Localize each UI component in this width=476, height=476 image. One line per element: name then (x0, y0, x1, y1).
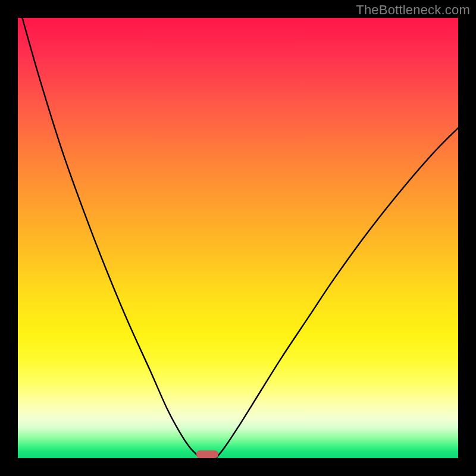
bottleneck-marker (196, 450, 218, 458)
left-curve-path (22, 18, 201, 458)
right-curve-path (216, 128, 458, 458)
watermark-text: TheBottleneck.com (356, 2, 470, 18)
chart-frame: TheBottleneck.com (0, 0, 476, 476)
curve-layer (18, 18, 458, 458)
plot-area (18, 18, 458, 458)
